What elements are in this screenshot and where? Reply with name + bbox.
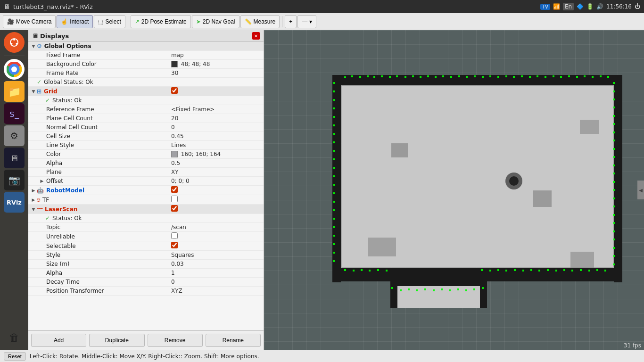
laser-alpha-row[interactable]: Alpha 1 bbox=[28, 269, 264, 278]
sidebar-app-chrome[interactable] bbox=[4, 59, 25, 80]
cell-size-row[interactable]: Cell Size 0.45 bbox=[28, 132, 264, 141]
offset-row[interactable]: Offset 0; 0; 0 bbox=[28, 177, 264, 186]
robot-model-row[interactable]: 🤖 RobotModel bbox=[28, 186, 264, 195]
laser-enabled-checkbox[interactable] bbox=[171, 205, 178, 212]
global-options-expander[interactable] bbox=[30, 43, 37, 49]
unreliable-checkbox[interactable] bbox=[171, 232, 178, 239]
move-camera-button[interactable]: 🎥 Move Camera bbox=[3, 15, 56, 28]
selectable-checkbox-container[interactable] bbox=[169, 242, 264, 250]
svg-rect-13 bbox=[391, 143, 408, 157]
robot-enabled-checkbox[interactable] bbox=[171, 186, 178, 193]
toolbar-dropdown-button[interactable]: — ▾ bbox=[297, 15, 316, 28]
svg-rect-45 bbox=[505, 75, 507, 77]
window-title: turtlebot3_nav.rviz* - RViz bbox=[13, 3, 540, 10]
decay-row[interactable]: Decay Time 0 bbox=[28, 278, 264, 287]
svg-rect-76 bbox=[613, 222, 615, 224]
svg-rect-23 bbox=[480, 280, 487, 308]
tf-expander[interactable] bbox=[30, 197, 37, 203]
titlebar: 🖥 turtlebot3_nav.rviz* - RViz TV 📶 En 🔷 … bbox=[0, 0, 644, 13]
sidebar-app-ubuntu[interactable] bbox=[4, 32, 25, 53]
robot-expander[interactable] bbox=[30, 187, 37, 194]
measure-button[interactable]: 📏 Measure bbox=[240, 15, 280, 28]
normal-cell-expander bbox=[39, 124, 45, 131]
frame-rate-row[interactable]: Frame Rate 30 bbox=[28, 69, 264, 78]
svg-rect-78 bbox=[613, 239, 615, 240]
svg-rect-48 bbox=[529, 76, 531, 78]
interact-button[interactable]: ☝ Interact bbox=[57, 15, 93, 28]
svg-rect-99 bbox=[571, 270, 573, 272]
tf-enabled-checkbox[interactable] bbox=[171, 196, 178, 202]
sidebar-app-trash[interactable]: 🗑 bbox=[4, 327, 25, 348]
robot-model-label: RobotModel bbox=[45, 187, 169, 194]
remove-button[interactable]: Remove bbox=[148, 334, 203, 347]
sidebar-app-rviz[interactable]: RViz bbox=[4, 192, 25, 213]
grid-status-expander bbox=[39, 97, 45, 104]
global-options-row[interactable]: ⚙ Global Options bbox=[28, 42, 264, 51]
ref-frame-row[interactable]: Reference Frame <Fixed Frame> bbox=[28, 105, 264, 114]
pose-estimate-button[interactable]: ↗ 2D Pose Estimate bbox=[131, 15, 191, 28]
svg-rect-60 bbox=[613, 90, 615, 92]
grid-color-row[interactable]: Color 160; 160; 164 bbox=[28, 150, 264, 159]
sidebar-app-files[interactable]: 📁 bbox=[4, 81, 25, 102]
plane-row[interactable]: Plane XY bbox=[28, 168, 264, 177]
svg-rect-11 bbox=[614, 75, 622, 282]
grid-checkbox[interactable] bbox=[169, 87, 264, 95]
robot-model-checkbox[interactable] bbox=[169, 186, 264, 194]
svg-rect-137 bbox=[482, 287, 484, 289]
3d-viewport[interactable]: ◀ 31 fps bbox=[264, 30, 644, 350]
select-button[interactable]: ⬚ Select bbox=[94, 15, 125, 28]
grid-expander[interactable] bbox=[30, 88, 37, 95]
style-row[interactable]: Style Squares bbox=[28, 251, 264, 260]
size-row[interactable]: Size (m) 0.03 bbox=[28, 260, 264, 269]
robot-icon: 🤖 bbox=[37, 187, 44, 194]
svg-rect-122 bbox=[333, 235, 335, 237]
normal-cell-row[interactable]: Normal Cell Count 0 bbox=[28, 123, 264, 132]
unreliable-row[interactable]: Unreliable bbox=[28, 232, 264, 241]
add-display-button[interactable]: + bbox=[285, 15, 297, 28]
grid-row[interactable]: ⊞ Grid bbox=[28, 87, 264, 96]
offset-expander[interactable] bbox=[39, 178, 45, 184]
displays-panel: 🖥 Displays ✕ ⚙ Global Options Fixed Fram… bbox=[28, 30, 264, 350]
laser-scan-checkbox[interactable] bbox=[169, 205, 264, 213]
displays-buttons: Add Duplicate Remove Rename bbox=[28, 330, 264, 350]
selectable-row[interactable]: Selectable bbox=[28, 241, 264, 251]
displays-close-button[interactable]: ✕ bbox=[252, 32, 260, 40]
svg-rect-68 bbox=[613, 156, 615, 158]
fixed-frame-row[interactable]: Fixed Frame map bbox=[28, 51, 264, 60]
sidebar-divider-1 bbox=[4, 56, 25, 56]
laser-expander[interactable] bbox=[30, 206, 37, 213]
grid-enabled-checkbox[interactable] bbox=[171, 87, 178, 94]
nav-goal-button[interactable]: ➤ 2D Nav Goal bbox=[192, 15, 239, 28]
bluetooth-icon: 🔷 bbox=[577, 3, 584, 10]
viewport-resize-handle[interactable]: ◀ bbox=[637, 181, 644, 199]
grid-alpha-row[interactable]: Alpha 0.5 bbox=[28, 159, 264, 168]
line-style-row[interactable]: Line Style Lines bbox=[28, 141, 264, 150]
plane-cell-row[interactable]: Plane Cell Count 20 bbox=[28, 114, 264, 123]
svg-rect-130 bbox=[424, 288, 426, 290]
svg-rect-62 bbox=[613, 107, 615, 108]
sidebar-app-camera[interactable]: 📷 bbox=[4, 170, 25, 190]
svg-rect-73 bbox=[613, 197, 615, 199]
selectable-checkbox[interactable] bbox=[171, 242, 178, 248]
laser-scan-row[interactable]: 〰 LaserScan bbox=[28, 205, 264, 214]
sidebar-app-settings[interactable]: ⚙ bbox=[4, 125, 25, 146]
svg-rect-27 bbox=[367, 75, 369, 77]
position-row[interactable]: Position Transformer XYZ bbox=[28, 287, 264, 296]
bg-color-row[interactable]: Background Color 48; 48; 48 bbox=[28, 60, 264, 69]
sidebar-app-system[interactable]: 🖥 bbox=[4, 148, 25, 168]
sidebar-app-terminal[interactable]: $_ bbox=[4, 103, 25, 124]
topic-row[interactable]: Topic /scan bbox=[28, 223, 264, 232]
tf-checkbox[interactable] bbox=[169, 196, 264, 204]
add-button[interactable]: Add bbox=[31, 334, 86, 347]
unreliable-checkbox-container[interactable] bbox=[169, 232, 264, 240]
duplicate-button[interactable]: Duplicate bbox=[89, 334, 144, 347]
bg-color-expander bbox=[39, 61, 45, 67]
svg-rect-89 bbox=[489, 270, 491, 272]
displays-header: 🖥 Displays ✕ bbox=[28, 30, 264, 42]
svg-rect-75 bbox=[613, 214, 615, 216]
tf-row[interactable]: ⎊ TF bbox=[28, 195, 264, 205]
rename-button[interactable]: Rename bbox=[206, 334, 261, 347]
decay-value: 0 bbox=[169, 279, 264, 285]
offset-label: Offset bbox=[45, 178, 169, 184]
reset-button[interactable]: Reset bbox=[4, 352, 26, 361]
